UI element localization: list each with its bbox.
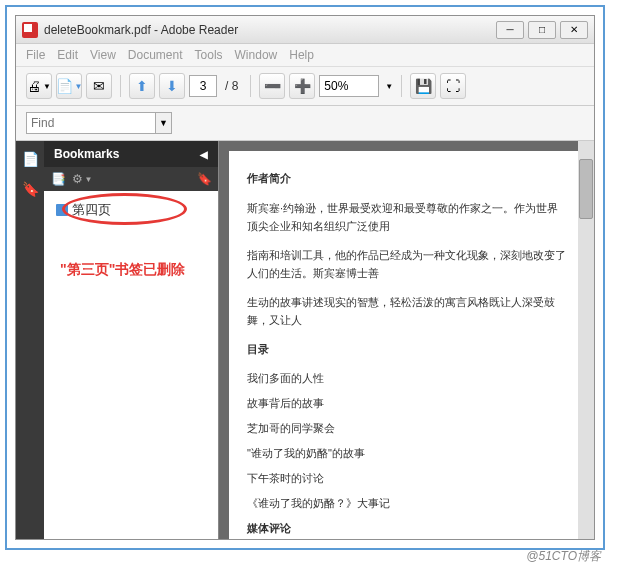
- bookmarks-icon[interactable]: 🔖: [22, 181, 38, 197]
- page: 作者简介 斯宾塞·约翰逊，世界最受欢迎和最受尊敬的作家之一。作为世界顶尖企业和知…: [229, 151, 584, 539]
- deletion-note: "第三页"书签已删除: [52, 261, 210, 279]
- pdf-icon: [22, 22, 38, 38]
- next-page-button[interactable]: ⬇: [159, 73, 185, 99]
- page-number-input[interactable]: [189, 75, 217, 97]
- collapse-icon[interactable]: ◀: [200, 149, 208, 160]
- document-view[interactable]: 作者简介 斯宾塞·约翰逊，世界最受欢迎和最受尊敬的作家之一。作为世界顶尖企业和知…: [219, 141, 594, 539]
- toolbar: 🖨▼ 📄▼ ✉ ⬆ ⬇ / 8 ➖ ➕ ▼ 💾 ⛶: [16, 67, 594, 106]
- section-title: 作者简介: [247, 171, 566, 186]
- review-title: 媒体评论: [247, 521, 566, 536]
- zoom-in-button[interactable]: ➕: [289, 73, 315, 99]
- pages-button[interactable]: 📄▼: [56, 73, 82, 99]
- new-bookmark-icon[interactable]: 📑: [50, 171, 66, 187]
- nav-strip: 📄 🔖: [16, 141, 44, 539]
- bookmark-item[interactable]: 第四页: [52, 199, 210, 221]
- print-button[interactable]: 🖨▼: [26, 73, 52, 99]
- menu-tools[interactable]: Tools: [195, 48, 223, 62]
- toc-item: 我们多面的人性: [247, 371, 566, 386]
- prev-page-button[interactable]: ⬆: [129, 73, 155, 99]
- bookmarks-list: 第四页 "第三页"书签已删除: [44, 191, 218, 539]
- toc-title: 目录: [247, 342, 566, 357]
- para: 斯宾塞·约翰逊，世界最受欢迎和最受尊敬的作家之一。作为世界顶尖企业和知名组织广泛…: [247, 200, 566, 235]
- toc-item: 《谁动了我的奶酪？》大事记: [247, 496, 566, 511]
- page-total-label: / 8: [225, 79, 238, 93]
- scroll-thumb[interactable]: [579, 159, 593, 219]
- scrollbar[interactable]: [578, 141, 594, 539]
- menu-edit[interactable]: Edit: [57, 48, 78, 62]
- titlebar: deleteBookmark.pdf - Adobe Reader ─ □ ✕: [16, 16, 594, 44]
- fullscreen-button[interactable]: ⛶: [440, 73, 466, 99]
- bookmark-page-icon: [56, 204, 68, 216]
- zoom-out-button[interactable]: ➖: [259, 73, 285, 99]
- find-dropdown[interactable]: ▼: [156, 112, 172, 134]
- content-area: 📄 🔖 Bookmarks ◀ 📑 ⚙▼ 🔖 第四页: [16, 141, 594, 539]
- para: 指南和培训工具，他的作品已经成为一种文化现象，深刻地改变了人们的生活。斯宾塞博士…: [247, 247, 566, 282]
- menu-window[interactable]: Window: [235, 48, 278, 62]
- para: 生动的故事讲述现实的智慧，轻松活泼的寓言风格既让人深受鼓舞，又让人: [247, 294, 566, 329]
- bookmark-label: 第四页: [72, 201, 111, 219]
- watermark: @51CTO博客: [526, 548, 601, 565]
- menu-document[interactable]: Document: [128, 48, 183, 62]
- findbar: ▼: [16, 106, 594, 141]
- minimize-button[interactable]: ─: [496, 21, 524, 39]
- maximize-button[interactable]: □: [528, 21, 556, 39]
- toc-item: 芝加哥的同学聚会: [247, 421, 566, 436]
- app-window: deleteBookmark.pdf - Adobe Reader ─ □ ✕ …: [15, 15, 595, 540]
- menu-file[interactable]: File: [26, 48, 45, 62]
- menu-view[interactable]: View: [90, 48, 116, 62]
- toc-item: "谁动了我的奶酪"的故事: [247, 446, 566, 461]
- window-title: deleteBookmark.pdf - Adobe Reader: [44, 23, 496, 37]
- save-button[interactable]: 💾: [410, 73, 436, 99]
- gear-icon[interactable]: ⚙▼: [74, 171, 90, 187]
- menu-help[interactable]: Help: [289, 48, 314, 62]
- toc-item: 故事背后的故事: [247, 396, 566, 411]
- bookmarks-header: Bookmarks ◀: [44, 141, 218, 167]
- toc-item: 下午茶时的讨论: [247, 471, 566, 486]
- menubar: File Edit View Document Tools Window Hel…: [16, 44, 594, 67]
- bookmarks-toolbar: 📑 ⚙▼ 🔖: [44, 167, 218, 191]
- pages-icon[interactable]: 📄: [22, 151, 38, 167]
- find-input[interactable]: [26, 112, 156, 134]
- bookmarks-panel: Bookmarks ◀ 📑 ⚙▼ 🔖 第四页 "第三页"书签已删除: [44, 141, 219, 539]
- email-button[interactable]: ✉: [86, 73, 112, 99]
- bookmark-find-icon[interactable]: 🔖: [196, 171, 212, 187]
- zoom-select[interactable]: [319, 75, 379, 97]
- bookmarks-title: Bookmarks: [54, 147, 119, 161]
- close-button[interactable]: ✕: [560, 21, 588, 39]
